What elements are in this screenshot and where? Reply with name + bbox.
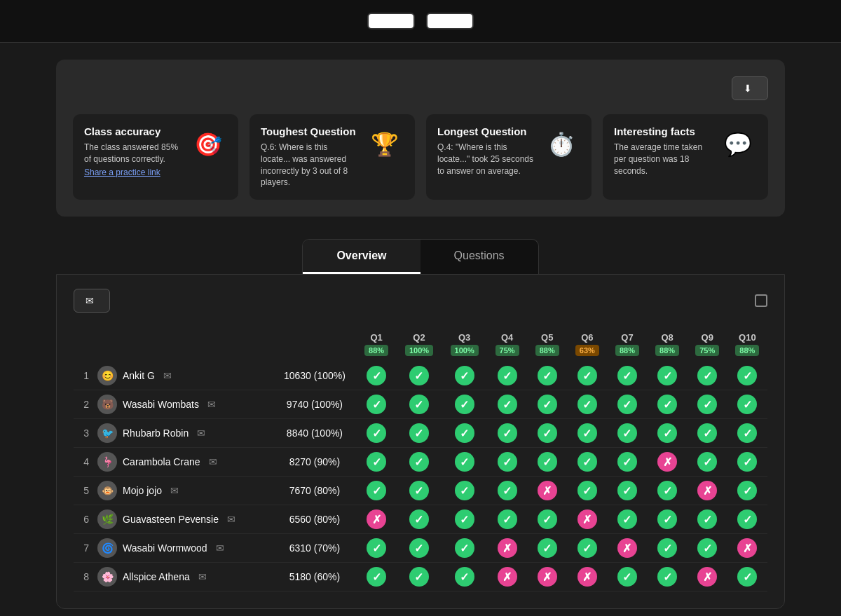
player-email-icon-1[interactable]: ✉ xyxy=(163,370,172,381)
answer-circle: ✓ xyxy=(409,509,429,529)
q-label-4: Q4 xyxy=(501,332,513,343)
show-time-checkbox[interactable] xyxy=(755,294,767,307)
player-score-4: 8270 (90%) xyxy=(273,448,356,477)
player-3-q1: ✓ xyxy=(356,419,396,448)
player-email-icon-6[interactable]: ✉ xyxy=(227,514,235,525)
player-3-q6: ✓ xyxy=(567,419,607,448)
player-4-q6: ✓ xyxy=(567,448,607,477)
player-3-q9: ✓ xyxy=(688,419,727,448)
player-email-icon-7[interactable]: ✉ xyxy=(216,542,224,554)
player-6-q4: ✓ xyxy=(487,505,527,534)
player-email-icon-3[interactable]: ✉ xyxy=(197,427,205,439)
answer-circle: ✗ xyxy=(577,567,597,587)
player-name-cell-1: 😊 Ankit G ✉ xyxy=(95,362,273,390)
player-2-q1: ✓ xyxy=(356,390,396,419)
player-name-cell-8: 🌸 Allspice Athena ✉ xyxy=(95,563,273,591)
answer-circle: ✓ xyxy=(697,366,717,385)
player-rank-5: 5 xyxy=(74,477,95,505)
player-1-q2: ✓ xyxy=(397,362,442,390)
player-email-icon-2[interactable]: ✉ xyxy=(207,399,216,410)
player-score-2: 9740 (100%) xyxy=(273,390,356,419)
table-row: 1 😊 Ankit G ✉ 10630 (100%) ✓ ✓ ✓ ✓ ✓ ✓ ✓… xyxy=(74,362,767,390)
highlight-text-2: Longest Question Q.4: "Where is this loc… xyxy=(437,125,534,177)
answer-circle: ✓ xyxy=(657,481,677,500)
table-row: 5 🐵 Mojo jojo ✉ 7670 (80%) ✓ ✓ ✓ ✓ ✗ ✓ ✓… xyxy=(74,477,767,505)
answer-circle: ✓ xyxy=(737,366,757,385)
player-email-icon-4[interactable]: ✉ xyxy=(209,456,217,467)
play-again-button[interactable] xyxy=(367,13,415,29)
player-name-text-2: Wasabi Wombats xyxy=(123,399,199,410)
highlight-text-3: Interesting facts The average time taken… xyxy=(614,125,711,177)
answer-circle: ✓ xyxy=(455,481,474,500)
player-name-text-4: Carambola Crane xyxy=(123,456,200,467)
player-rank-3: 3 xyxy=(74,419,95,448)
player-3-q5: ✓ xyxy=(527,419,567,448)
answer-circle: ✓ xyxy=(367,481,386,500)
player-8-q4: ✗ xyxy=(487,563,527,591)
player-score-5: 7670 (80%) xyxy=(273,477,356,505)
answer-circle: ✓ xyxy=(498,481,517,500)
q-pct-7: 88% xyxy=(615,345,639,356)
answer-circle: ✓ xyxy=(455,395,474,414)
q-col-header-4: Q4 75% xyxy=(487,327,527,362)
download-results-button[interactable]: ⬇ xyxy=(732,76,768,100)
player-name-text-5: Mojo jojo xyxy=(123,485,162,496)
answer-circle: ✓ xyxy=(455,452,474,472)
player-4-q7: ✓ xyxy=(607,448,647,477)
q-col-header-2: Q2 100% xyxy=(397,327,442,362)
player-rank-4: 4 xyxy=(74,448,95,477)
tab-questions[interactable]: Questions xyxy=(420,240,538,274)
highlight-icon-2: ⏱️ xyxy=(542,125,580,163)
highlight-icon-1: 🏆 xyxy=(366,125,404,163)
highlight-link-0[interactable]: Share a practice link xyxy=(84,167,160,177)
player-7-q2: ✓ xyxy=(397,534,442,563)
player-rank-8: 8 xyxy=(74,563,95,591)
email-all-parents-button[interactable]: ✉ xyxy=(74,289,110,313)
q-pct-6: 63% xyxy=(575,345,599,356)
player-1-q1: ✓ xyxy=(356,362,396,390)
player-4-q3: ✓ xyxy=(442,448,487,477)
answer-circle: ✓ xyxy=(367,452,386,472)
player-avatar-6: 🌿 xyxy=(97,509,117,529)
q-label-9: Q9 xyxy=(702,332,713,343)
table-row: 4 🦩 Carambola Crane ✉ 8270 (90%) ✓ ✓ ✓ ✓… xyxy=(74,448,767,477)
player-2-q5: ✓ xyxy=(527,390,567,419)
answer-circle: ✓ xyxy=(367,538,386,558)
highlight-desc-3: The average time taken per question was … xyxy=(614,142,711,177)
answer-circle: ✓ xyxy=(657,567,677,587)
highlights-grid: Class accuracy The class answered 85% of… xyxy=(73,114,768,200)
player-name-cell-3: 🐦 Rhubarb Robin ✉ xyxy=(95,419,273,448)
highlight-label-1: Toughest Question xyxy=(261,125,357,137)
player-4-q1: ✓ xyxy=(356,448,396,477)
highlight-icon-3: 💬 xyxy=(719,125,757,163)
review-questions-button[interactable] xyxy=(426,13,474,29)
highlight-item-0: Class accuracy The class answered 85% of… xyxy=(73,114,238,200)
answer-circle: ✓ xyxy=(617,423,637,443)
answer-circle: ✓ xyxy=(697,538,717,558)
player-7-q3: ✓ xyxy=(442,534,487,563)
q-pct-5: 88% xyxy=(535,345,559,356)
answer-circle: ✓ xyxy=(455,567,474,587)
q-col-header-10: Q10 88% xyxy=(727,327,767,362)
player-2-q8: ✓ xyxy=(648,390,688,419)
answer-circle: ✗ xyxy=(498,567,517,587)
answer-circle: ✗ xyxy=(737,538,757,558)
q-col-header-1: Q1 88% xyxy=(356,327,396,362)
q-label-1: Q1 xyxy=(370,332,382,343)
player-name-cell-6: 🌿 Guavasteen Pevensie ✉ xyxy=(95,505,273,534)
answer-circle: ✓ xyxy=(538,423,557,443)
player-8-q10: ✓ xyxy=(727,563,767,591)
q-label-3: Q3 xyxy=(458,332,470,343)
player-email-icon-5[interactable]: ✉ xyxy=(170,485,179,496)
player-name-text-7: Wasabi Wormwood xyxy=(123,542,207,554)
tabs: Overview Questions xyxy=(302,239,538,274)
player-email-icon-8[interactable]: ✉ xyxy=(198,571,207,582)
results-table: Q1 88% Q2 100% Q3 100% Q4 75% Q5 88% Q6 … xyxy=(74,327,767,591)
q-pct-3: 100% xyxy=(451,345,479,356)
answer-circle: ✓ xyxy=(737,481,757,500)
table-actions: ✉ xyxy=(74,289,767,313)
answer-circle: ✓ xyxy=(498,423,517,443)
player-8-q5: ✗ xyxy=(527,563,567,591)
player-1-q5: ✓ xyxy=(527,362,567,390)
tab-overview[interactable]: Overview xyxy=(303,240,420,274)
